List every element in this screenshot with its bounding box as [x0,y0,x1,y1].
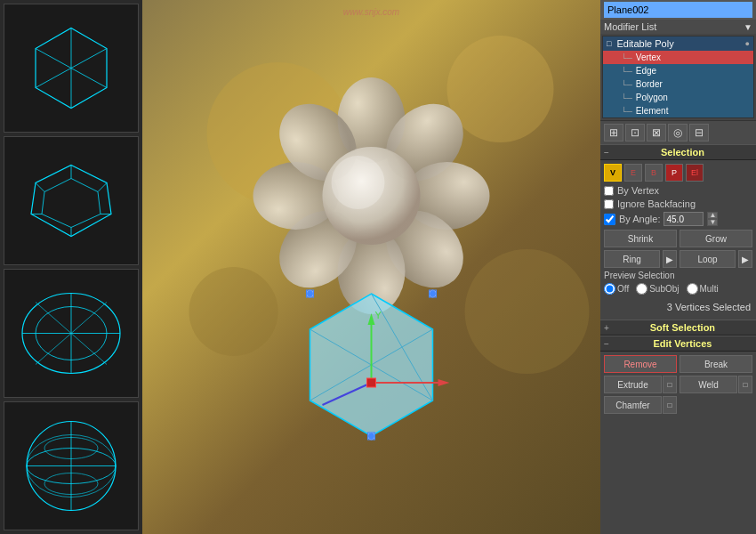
remove-button[interactable]: Remove [604,355,677,373]
tool-icons-row: ⊞ ⊡ ⊠ ◎ ⊟ [600,120,756,144]
ring-arrow-btn[interactable]: ▶ [663,250,677,268]
edit-vertices-toggle-icon: − [604,339,609,349]
radio-multi-label[interactable]: Multi [687,283,719,295]
viewport-thumb-bottomleft[interactable] [4,401,139,530]
sel-border-icon[interactable]: B [645,164,663,182]
preview-radio-row: Off SubObj Multi [604,283,752,295]
chamfer-settings-btn[interactable]: □ [663,396,677,414]
extrude-button[interactable]: Extrude [604,376,662,393]
editable-poly-label: Editable Poly [616,38,673,49]
by-vertex-row: By Vertex [604,185,752,196]
selection-section-body: V E B P El By Vertex Ignore Backfacing B… [600,160,756,320]
stack-polygon[interactable]: └─ Polygon [603,91,753,104]
preview-selection-label: Preview Selection [604,271,752,280]
viewport-thumb-midleft[interactable] [4,136,139,265]
stack-edge[interactable]: └─ Edge [603,64,753,77]
svg-marker-52 [438,379,450,386]
svg-point-30 [447,36,554,142]
viewport-thumb-bottommidleft[interactable] [4,269,139,398]
weld-group: Weld □ [680,376,752,393]
modifier-stack: □ Editable Poly ● └─ Vertex └─ Edge └─ B… [602,36,754,118]
shrink-grow-row: Shrink Grow [604,230,752,247]
object-name-input[interactable] [604,2,752,18]
svg-rect-54 [367,378,376,387]
edge-indent: └─ [621,67,632,76]
svg-rect-5 [4,148,138,255]
edit-vertices-title: Edit Vertices [613,338,752,349]
sel-polygon-icon[interactable]: P [665,164,683,182]
left-panel [0,0,142,534]
svg-point-32 [465,249,590,374]
modifier-list-label: Modifier List [604,21,740,32]
svg-point-43 [332,156,385,209]
angle-value-input[interactable] [664,212,704,226]
vertex-indent: └─ [621,53,632,62]
ignore-backfacing-label: Ignore Backfacing [617,198,696,209]
soft-selection-title: Soft Selection [613,322,752,333]
camera-icon-btn[interactable]: ⊟ [689,124,709,142]
svg-point-31 [189,267,278,356]
polygon-indent: └─ [621,93,632,102]
angle-down-btn[interactable]: ▼ [707,219,718,226]
main-viewport[interactable]: www.snjx.com [142,0,600,534]
chamfer-button[interactable]: Chamfer [604,396,662,414]
angle-spinner: ▲ ▼ [707,212,718,226]
svg-text:Y: Y [375,310,382,320]
ignore-backfacing-checkbox[interactable] [604,199,614,209]
soft-selection-header[interactable]: + Soft Selection [600,320,756,336]
viewport-thumb-topleft[interactable] [4,4,139,133]
svg-point-57 [368,433,375,440]
extrude-weld-row: Extrude □ Weld □ [604,376,752,393]
ring-button[interactable]: Ring [604,250,660,268]
modifier-list-row[interactable]: Modifier List ▼ [600,20,756,34]
extrude-settings-btn[interactable]: □ [663,376,677,393]
loop-button[interactable]: Loop [680,250,736,268]
radio-off-label[interactable]: Off [604,283,629,295]
expand-icon: □ [607,39,611,48]
ring-loop-row: Ring ▶ Loop ▶ [604,250,752,268]
ignore-backfacing-row: Ignore Backfacing [604,198,752,209]
stack-element[interactable]: └─ Element [603,104,753,117]
chamfer-row: Chamfer □ [604,396,752,414]
remove-break-row: Remove Break [604,355,752,373]
chamfer-group: Chamfer □ [604,396,677,414]
target-icon-btn[interactable]: ◎ [668,124,688,142]
by-angle-row: By Angle: ▲ ▼ [604,212,752,226]
panel-topbar [600,0,756,20]
grow-button[interactable]: Grow [680,230,752,247]
soft-selection-toggle-icon: + [604,323,609,333]
selection-toggle-icon: − [604,148,609,158]
stack-border[interactable]: └─ Border [603,77,753,91]
radio-multi[interactable] [687,283,698,295]
extrude-group: Extrude □ [604,376,677,393]
by-angle-checkbox[interactable] [604,214,615,225]
stack-vertex[interactable]: └─ Vertex [603,51,753,64]
weld-settings-btn[interactable]: □ [738,376,752,393]
edit-vertices-body: Remove Break Extrude □ Weld □ Chamfer □ [600,352,756,420]
radio-off[interactable] [604,283,615,295]
svg-point-55 [307,290,314,297]
border-indent: └─ [621,80,632,89]
edit-vertices-header[interactable]: − Edit Vertices [600,336,756,352]
hierarchy-icon-btn[interactable]: ⊡ [625,124,645,142]
radio-subobj-label[interactable]: SubObj [636,283,679,295]
sel-icons-row: V E B P El [604,164,752,182]
by-vertex-checkbox[interactable] [604,186,614,196]
selection-section-header[interactable]: − Selection [600,144,756,160]
element-indent: └─ [621,107,632,116]
break-button[interactable]: Break [680,355,752,373]
radio-subobj[interactable] [636,283,647,295]
weld-button[interactable]: Weld [680,376,737,393]
stack-header: □ Editable Poly ● [603,36,753,51]
scene-svg: Y [142,0,600,534]
loop-arrow-btn[interactable]: ▶ [738,250,752,268]
stack-pin-icon: ● [745,39,750,48]
by-vertex-label: By Vertex [617,185,659,196]
sel-element-icon[interactable]: El [686,164,704,182]
sel-edge-icon[interactable]: E [624,164,642,182]
shrink-button[interactable]: Shrink [604,230,677,247]
chain-icon-btn[interactable]: ⊠ [647,124,666,142]
sel-vertex-icon[interactable]: V [604,164,622,182]
right-panel: Modifier List ▼ □ Editable Poly ● └─ Ver… [600,0,756,534]
pin-icon-btn[interactable]: ⊞ [604,124,623,142]
